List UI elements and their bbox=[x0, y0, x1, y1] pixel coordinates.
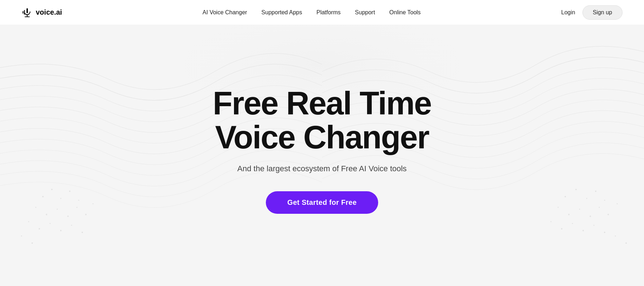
svg-point-14 bbox=[67, 216, 69, 217]
svg-point-6 bbox=[42, 196, 44, 197]
svg-point-43 bbox=[604, 232, 605, 233]
svg-point-32 bbox=[568, 214, 570, 215]
svg-point-31 bbox=[558, 207, 559, 208]
svg-point-9 bbox=[69, 191, 70, 192]
svg-point-16 bbox=[85, 214, 87, 215]
navbar-left: voice.ai bbox=[21, 7, 62, 18]
svg-rect-4 bbox=[24, 10, 25, 15]
nav-link-platforms[interactable]: Platforms bbox=[316, 9, 341, 16]
svg-point-44 bbox=[615, 236, 616, 237]
svg-point-38 bbox=[551, 221, 552, 222]
logo-icon bbox=[21, 7, 33, 18]
svg-point-35 bbox=[599, 207, 600, 208]
hero-content: Free Real Time Voice Changer And the lar… bbox=[213, 87, 431, 214]
svg-point-12 bbox=[46, 214, 47, 215]
navbar-right: Login Sign up bbox=[561, 5, 623, 20]
svg-point-20 bbox=[50, 223, 51, 224]
svg-point-40 bbox=[572, 223, 573, 224]
svg-point-18 bbox=[28, 221, 29, 222]
navbar: voice.ai AI Voice Changer Supported Apps… bbox=[0, 0, 644, 25]
svg-point-36 bbox=[608, 214, 609, 215]
svg-point-39 bbox=[561, 228, 562, 230]
login-button[interactable]: Login bbox=[561, 9, 575, 16]
svg-point-19 bbox=[39, 228, 40, 230]
svg-point-11 bbox=[35, 207, 36, 208]
svg-point-21 bbox=[60, 230, 62, 231]
svg-point-33 bbox=[579, 209, 580, 210]
hero-title: Free Real Time Voice Changer bbox=[213, 87, 431, 154]
svg-point-27 bbox=[575, 189, 577, 190]
hero-subtitle: And the largest ecosystem of Free AI Voi… bbox=[237, 164, 406, 173]
svg-point-13 bbox=[57, 209, 58, 210]
hero-title-line1: Free Real Time bbox=[213, 85, 431, 121]
brand-name: voice.ai bbox=[36, 8, 62, 16]
svg-point-45 bbox=[625, 242, 627, 244]
svg-point-8 bbox=[60, 198, 62, 199]
svg-point-41 bbox=[582, 230, 584, 231]
svg-point-30 bbox=[604, 200, 605, 201]
svg-point-24 bbox=[21, 236, 22, 237]
svg-point-37 bbox=[617, 203, 618, 204]
nav-link-support[interactable]: Support bbox=[355, 9, 375, 16]
svg-point-26 bbox=[565, 196, 566, 197]
nav-link-ai-voice-changer[interactable]: AI Voice Changer bbox=[203, 9, 247, 16]
svg-point-15 bbox=[77, 207, 78, 208]
svg-point-7 bbox=[51, 189, 53, 190]
svg-point-29 bbox=[595, 191, 596, 192]
logo[interactable]: voice.ai bbox=[21, 7, 62, 18]
svg-point-17 bbox=[93, 203, 94, 204]
svg-point-25 bbox=[31, 242, 33, 244]
svg-rect-3 bbox=[23, 11, 24, 14]
navbar-center: AI Voice Changer Supported Apps Platform… bbox=[203, 9, 421, 16]
svg-point-22 bbox=[71, 225, 72, 226]
svg-point-42 bbox=[594, 225, 595, 226]
hero-section: Free Real Time Voice Changer And the lar… bbox=[0, 0, 644, 286]
nav-link-online-tools[interactable]: Online Tools bbox=[389, 9, 421, 16]
svg-point-34 bbox=[590, 216, 591, 217]
hero-title-line2: Voice Changer bbox=[215, 119, 429, 155]
svg-rect-0 bbox=[26, 8, 28, 13]
signup-button[interactable]: Sign up bbox=[582, 5, 623, 20]
svg-point-28 bbox=[586, 198, 587, 199]
nav-link-supported-apps[interactable]: Supported Apps bbox=[262, 9, 302, 16]
svg-point-10 bbox=[78, 200, 79, 201]
svg-point-23 bbox=[82, 232, 83, 233]
get-started-button[interactable]: Get Started for Free bbox=[266, 191, 378, 214]
